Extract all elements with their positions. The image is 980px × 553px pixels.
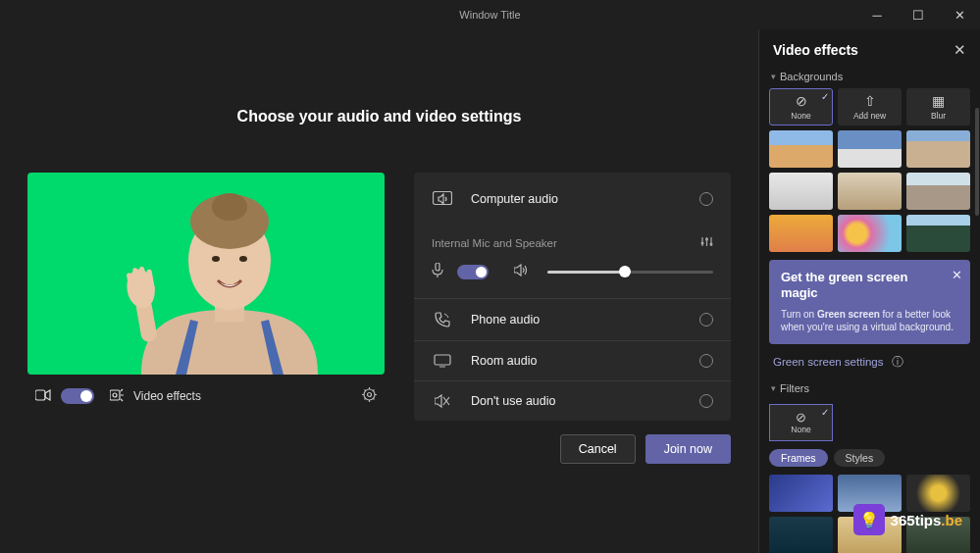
person-silhouette xyxy=(82,173,377,375)
video-effects-label: Video effects xyxy=(133,389,201,403)
tab-frames[interactable]: Frames xyxy=(769,449,828,467)
page-heading: Choose your audio and video settings xyxy=(27,108,731,126)
svg-rect-12 xyxy=(35,390,45,400)
camera-toggle[interactable] xyxy=(61,388,94,404)
join-button[interactable]: Join now xyxy=(645,434,731,464)
audio-option-label: Don't use audio xyxy=(471,394,699,408)
no-audio-icon xyxy=(432,394,453,408)
section-backgrounds[interactable]: Backgrounds xyxy=(769,69,970,88)
minimize-button[interactable]: ─ xyxy=(856,0,898,29)
filter-tile-label: None xyxy=(791,425,810,434)
audio-column: Computer audio Internal Mic and Speaker xyxy=(414,173,731,464)
volume-slider[interactable] xyxy=(547,271,713,274)
svg-point-5 xyxy=(239,256,247,262)
video-effects-panel: Video effects ✕ Backgrounds ✓ ⊘ None ⇧ A… xyxy=(758,29,980,553)
bg-tile-label: Blur xyxy=(931,111,946,121)
add-icon: ⇧ xyxy=(864,93,876,109)
camera-icon xyxy=(35,388,51,404)
content-row: Video effects Computer audio xyxy=(27,173,731,464)
svg-point-4 xyxy=(212,256,220,262)
close-button[interactable]: ✕ xyxy=(939,0,980,29)
bg-tile[interactable] xyxy=(769,130,833,168)
audio-option-label: Room audio xyxy=(471,354,699,368)
preview-toolbar: Video effects xyxy=(27,378,385,414)
bg-tile-blur[interactable]: ▦ Blur xyxy=(906,88,970,126)
settings-icon[interactable] xyxy=(362,387,377,405)
filter-tabs: Frames Styles xyxy=(769,449,970,467)
svg-rect-22 xyxy=(435,355,450,365)
audio-option-computer[interactable]: Computer audio xyxy=(414,173,731,226)
svg-point-16 xyxy=(368,393,372,397)
section-filters[interactable]: Filters xyxy=(769,380,970,400)
main-area: Choose your audio and video settings xyxy=(0,29,758,553)
svg-point-19 xyxy=(705,238,708,241)
svg-point-14 xyxy=(113,393,117,397)
audio-device-label: Internal Mic and Speaker xyxy=(432,237,700,249)
filter-tile-none[interactable]: ✓ ⊘ None xyxy=(769,404,833,441)
preview-column: Video effects xyxy=(27,173,385,464)
bg-tile[interactable] xyxy=(906,215,970,252)
bg-tile-label: None xyxy=(791,111,810,121)
panel-header: Video effects ✕ xyxy=(769,39,970,69)
svg-point-3 xyxy=(212,193,247,221)
blur-icon: ▦ xyxy=(932,93,945,109)
svg-point-18 xyxy=(701,242,704,245)
maximize-button[interactable]: ☐ xyxy=(898,0,939,29)
audio-option-label: Phone audio xyxy=(471,313,699,327)
window-title: Window Title xyxy=(459,9,520,21)
tip-close-icon[interactable]: ✕ xyxy=(952,268,962,282)
bg-tile[interactable] xyxy=(769,173,833,210)
panel-close-icon[interactable]: ✕ xyxy=(954,41,966,59)
audio-option-room[interactable]: Room audio xyxy=(414,340,731,380)
frame-tile[interactable] xyxy=(769,475,833,512)
scrollbar-thumb[interactable] xyxy=(975,108,979,216)
audio-controls-row xyxy=(414,257,731,298)
check-icon: ✓ xyxy=(821,407,829,418)
bg-tile-none[interactable]: ✓ ⊘ None xyxy=(769,88,833,126)
audio-device-row[interactable]: Internal Mic and Speaker xyxy=(414,226,731,257)
bg-tile[interactable] xyxy=(769,215,833,252)
radio-indicator xyxy=(699,354,713,368)
none-icon: ⊘ xyxy=(796,93,807,109)
radio-indicator xyxy=(699,192,713,206)
cancel-button[interactable]: Cancel xyxy=(560,434,636,464)
mic-toggle[interactable] xyxy=(457,265,489,279)
watermark: 💡 365tips.be xyxy=(853,504,962,535)
pc-audio-icon xyxy=(432,191,453,207)
svg-rect-21 xyxy=(436,263,439,271)
audio-option-phone[interactable]: Phone audio xyxy=(414,298,731,340)
bg-tile[interactable] xyxy=(838,215,902,252)
bg-tile[interactable] xyxy=(906,130,970,168)
tip-title: Get the green screen magic xyxy=(781,270,958,302)
bg-tile[interactable] xyxy=(838,130,902,168)
titlebar: Window Title ─ ☐ ✕ xyxy=(0,0,980,29)
none-icon: ⊘ xyxy=(796,410,806,425)
bg-tile-label: Add new xyxy=(853,111,886,121)
tab-styles[interactable]: Styles xyxy=(834,449,886,467)
watermark-logo: 💡 xyxy=(853,504,885,535)
action-row: Cancel Join now xyxy=(414,434,731,464)
svg-rect-13 xyxy=(110,390,120,400)
backgrounds-grid: ✓ ⊘ None ⇧ Add new ▦ Blur xyxy=(769,88,970,252)
phone-icon xyxy=(432,312,453,327)
adjust-icon xyxy=(700,235,713,251)
radio-indicator xyxy=(699,394,713,408)
audio-card: Computer audio Internal Mic and Speaker xyxy=(414,173,731,421)
video-preview xyxy=(27,173,385,375)
green-screen-link[interactable]: Green screen settings xyxy=(773,356,884,368)
watermark-text: 365tips.be xyxy=(891,512,962,528)
frame-tile[interactable] xyxy=(769,517,833,554)
bg-tile-add[interactable]: ⇧ Add new xyxy=(838,88,902,126)
audio-option-label: Computer audio xyxy=(471,192,699,206)
bg-tile[interactable] xyxy=(906,173,970,210)
check-icon: ✓ xyxy=(821,91,829,102)
video-effects-button[interactable]: Video effects xyxy=(110,388,201,405)
bg-tile[interactable] xyxy=(838,173,902,210)
effects-icon xyxy=(110,388,126,405)
green-screen-link-row: Green screen settings ⓘ xyxy=(773,354,966,371)
filters-grid: ✓ ⊘ None xyxy=(769,404,970,441)
radio-indicator xyxy=(699,313,713,327)
info-icon[interactable]: ⓘ xyxy=(892,354,903,371)
speaker-icon xyxy=(514,264,528,279)
audio-option-none[interactable]: Don't use audio xyxy=(414,380,731,421)
